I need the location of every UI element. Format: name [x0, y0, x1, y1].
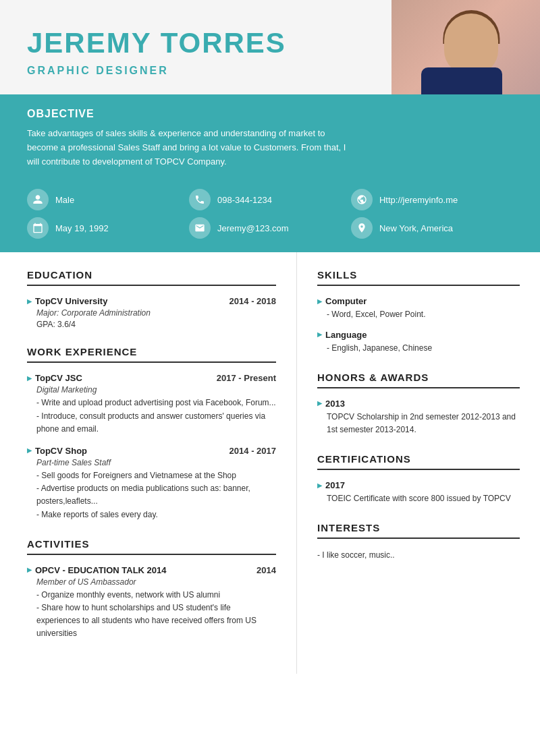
info-email: Jeremy@123.com: [189, 217, 351, 239]
location-icon: [351, 217, 373, 239]
resume-container: JEREMY TORRES GRAPHIC DESIGNER OBJECTIVE…: [0, 0, 540, 756]
person-icon: [27, 189, 49, 210]
edu-sub: Major: Corporate Administration: [36, 308, 276, 318]
work-years-0: 2017 - Present: [217, 373, 276, 383]
left-column: EDUCATION TopCV University 2014 - 2018 M…: [0, 252, 297, 674]
activity-years-0: 2014: [256, 565, 276, 575]
work-years-1: 2014 - 2017: [230, 446, 276, 456]
education-title: EDUCATION: [27, 269, 276, 286]
globe-icon: [351, 189, 373, 210]
interests-section: INTERESTS - I like soccer, music..: [317, 522, 520, 562]
activities-section: ACTIVITIES OPCV - EDUCATION TALK 2014 20…: [27, 538, 276, 641]
objective-text: Take advantages of sales skills & experi…: [27, 127, 351, 169]
skill-detail-0: - Word, Excel, Power Point.: [327, 308, 520, 321]
interests-text: - I like soccer, music..: [317, 549, 520, 562]
honor-item-0: 2013 TOPCV Scholarship in 2nd semester 2…: [317, 399, 520, 436]
profile-photo: [392, 0, 540, 94]
honor-desc-0: TOPCV Scholarship in 2nd semester 2012-2…: [327, 411, 520, 436]
info-website: Http://jeremyinfo.me: [351, 189, 513, 210]
certifications-title: CERTIFICATIONS: [317, 453, 520, 470]
email-label: Jeremy@123.com: [217, 223, 289, 233]
work-detail-0: - Write and upload product advertising p…: [36, 397, 276, 436]
info-gender: Male: [27, 189, 189, 210]
education-section: EDUCATION TopCV University 2014 - 2018 M…: [27, 269, 276, 329]
info-location: New York, America: [351, 217, 513, 239]
photo-area: [392, 0, 540, 94]
work-experience-section: WORK EXPERIENCE TopCV JSC 2017 - Present…: [27, 346, 276, 521]
work-org-1: TopCV Shop: [27, 446, 87, 456]
skill-item-1: Language - English, Japanese, Chinese: [317, 330, 520, 355]
info-phone: 098-344-1234: [189, 189, 351, 210]
work-title: WORK EXPERIENCE: [27, 346, 276, 363]
honors-title: HONORS & AWARDS: [317, 372, 520, 388]
skill-name-0: Computer: [317, 296, 520, 306]
skills-title: SKILLS: [317, 269, 520, 286]
work-sub-0: Digital Marketing: [36, 385, 276, 395]
skill-item-0: Computer - Word, Excel, Power Point.: [317, 296, 520, 321]
honors-section: HONORS & AWARDS 2013 TOPCV Scholarship i…: [317, 372, 520, 436]
skill-detail-1: - English, Japanese, Chinese: [327, 342, 520, 355]
edu-years: 2014 - 2018: [230, 296, 276, 306]
phone-icon: [189, 189, 211, 210]
activity-org-0: OPCV - EDUCATION TALK 2014: [27, 565, 167, 575]
candidate-title: GRAPHIC DESIGNER: [27, 65, 378, 77]
work-detail-1: - Sell goods for Foreigners and Vietname…: [36, 469, 276, 521]
skill-name-1: Language: [317, 330, 520, 340]
edu-item-0: TopCV University 2014 - 2018 Major: Corp…: [27, 296, 276, 329]
activities-title: ACTIVITIES: [27, 538, 276, 555]
birthday-label: May 19, 1992: [55, 223, 109, 233]
work-sub-1: Part-time Sales Staff: [36, 458, 276, 467]
email-icon: [189, 217, 211, 239]
main-content: EDUCATION TopCV University 2014 - 2018 M…: [0, 252, 540, 674]
interests-title: INTERESTS: [317, 522, 520, 539]
activity-detail-0: - Organize monthly events, network with …: [36, 589, 276, 641]
objective-section: OBJECTIVE Take advantages of sales skill…: [0, 94, 540, 182]
calendar-icon: [27, 217, 49, 239]
activity-item-0: OPCV - EDUCATION TALK 2014 2014 Member o…: [27, 565, 276, 641]
work-item-1: TopCV Shop 2014 - 2017 Part-time Sales S…: [27, 446, 276, 521]
honor-year-0: 2013: [317, 399, 520, 409]
edu-gpa: GPA: 3.6/4: [36, 320, 276, 329]
gender-label: Male: [55, 195, 74, 205]
work-org-0: TopCV JSC: [27, 373, 82, 383]
cert-item-0: 2017 TOEIC Certificate with score 800 is…: [317, 480, 520, 505]
phone-label: 098-344-1234: [217, 195, 272, 205]
cert-year-0: 2017: [317, 480, 520, 490]
skills-section: SKILLS Computer - Word, Excel, Power Poi…: [317, 269, 520, 354]
objective-title: OBJECTIVE: [27, 108, 513, 120]
location-label: New York, America: [379, 223, 453, 233]
work-item-0: TopCV JSC 2017 - Present Digital Marketi…: [27, 373, 276, 436]
cert-desc-0: TOEIC Certificate with score 800 issued …: [327, 492, 520, 505]
right-column: SKILLS Computer - Word, Excel, Power Poi…: [297, 252, 540, 674]
candidate-name: JEREMY TORRES: [27, 27, 378, 59]
certifications-section: CERTIFICATIONS 2017 TOEIC Certificate wi…: [317, 453, 520, 505]
activity-sub-0: Member of US Ambassador: [36, 577, 276, 587]
edu-org: TopCV University: [27, 296, 107, 306]
info-birthday: May 19, 1992: [27, 217, 189, 239]
website-label: Http://jeremyinfo.me: [379, 195, 458, 205]
header-section: JEREMY TORRES GRAPHIC DESIGNER: [0, 0, 540, 94]
info-section: Male 098-344-1234 Http://jeremyinfo.me M…: [0, 182, 540, 252]
